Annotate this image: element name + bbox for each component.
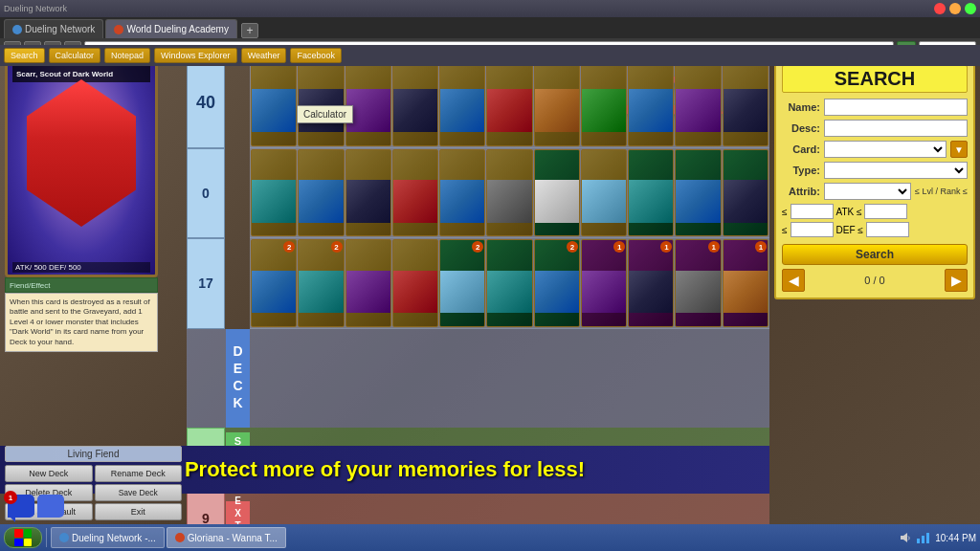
start-button[interactable] bbox=[4, 527, 42, 548]
card-slot[interactable] bbox=[723, 149, 768, 237]
type-row: Type: bbox=[782, 162, 968, 179]
deck-zone-label: DECK bbox=[226, 329, 250, 428]
svg-rect-2 bbox=[926, 533, 929, 543]
bookmark-notepad[interactable]: Notepad bbox=[104, 48, 150, 63]
card-slot[interactable] bbox=[486, 239, 532, 327]
card-slot[interactable] bbox=[534, 149, 580, 237]
search-next-btn[interactable]: ▶ bbox=[945, 269, 968, 292]
bookmark-weather[interactable]: Weather bbox=[241, 48, 287, 63]
main-count: 40 bbox=[187, 57, 225, 148]
bookmark-search[interactable]: Search bbox=[4, 48, 45, 63]
card-slot[interactable] bbox=[392, 149, 438, 237]
atk-label: ≤ bbox=[782, 207, 788, 217]
tab-world-dueling-academy[interactable]: World Dueling Academy bbox=[105, 19, 237, 38]
card-slot[interactable] bbox=[392, 239, 438, 327]
bookmark-calculator[interactable]: Calculator bbox=[49, 48, 101, 63]
search-result-count: 0 / 0 bbox=[864, 275, 884, 286]
card-slot[interactable]: 1 bbox=[628, 239, 674, 327]
type-dropdown[interactable] bbox=[824, 162, 968, 179]
name-row: Name: bbox=[782, 99, 968, 116]
chat-bubble-1[interactable]: 1 bbox=[8, 495, 34, 518]
taskbar-dueling-network[interactable]: Dueling Network -... bbox=[51, 527, 165, 548]
attrib-row: Attrib: ≤ Lvl / Rank ≤ bbox=[782, 183, 968, 200]
desc-label: Desc: bbox=[782, 122, 820, 134]
deck-zone-bg bbox=[187, 329, 769, 428]
card-image-inner: Scarr, Scout of Dark World ATK/ 500 DEF/… bbox=[8, 60, 155, 275]
card-row-search: Card: Monster Spell Trap ▼ bbox=[782, 141, 968, 158]
card-slot[interactable]: 2 bbox=[251, 239, 297, 327]
desc-input[interactable] bbox=[824, 120, 968, 137]
card-slot[interactable]: 1 bbox=[581, 239, 627, 327]
attrib-dropdown[interactable] bbox=[824, 183, 911, 200]
def-min-input[interactable] bbox=[791, 222, 834, 237]
card-slot[interactable]: 1 bbox=[723, 239, 768, 327]
def-range-row: ≤ DEF ≤ bbox=[782, 222, 968, 237]
card-dropdown[interactable]: Monster Spell Trap bbox=[824, 141, 947, 158]
card-slot[interactable] bbox=[486, 149, 532, 237]
window-title: Dueling Network bbox=[4, 4, 930, 13]
card-slot[interactable] bbox=[298, 58, 344, 146]
name-label: Name: bbox=[782, 101, 820, 113]
tab-dueling-network[interactable]: Dueling Network bbox=[4, 19, 103, 38]
card-type-banner: Fiend/Effect bbox=[5, 277, 158, 293]
atk-max-input[interactable] bbox=[864, 204, 907, 219]
card-slot[interactable] bbox=[581, 58, 627, 146]
name-input[interactable] bbox=[824, 99, 968, 116]
card-image[interactable]: Scarr, Scout of Dark World ATK/ 500 DEF/… bbox=[5, 57, 158, 277]
def-mid-label: DEF ≤ bbox=[836, 225, 863, 235]
card-slot[interactable] bbox=[628, 58, 674, 146]
card-slot[interactable] bbox=[392, 58, 438, 146]
type-label: Type: bbox=[782, 165, 820, 176]
card-slot[interactable] bbox=[439, 58, 485, 146]
row2-count: 0 bbox=[187, 148, 225, 239]
card-slot[interactable] bbox=[723, 58, 768, 146]
taskbar-icons bbox=[899, 531, 929, 544]
card-slot[interactable]: 2 bbox=[439, 239, 485, 327]
card-slot[interactable] bbox=[675, 58, 721, 146]
attrib-label: Attrib: bbox=[782, 186, 820, 197]
rename-deck-btn[interactable]: Rename Deck bbox=[95, 465, 183, 482]
calculator-tooltip: Calculator bbox=[297, 105, 353, 123]
card-slot[interactable] bbox=[345, 149, 391, 237]
new-deck-btn[interactable]: New Deck bbox=[5, 465, 93, 482]
def-max-input[interactable] bbox=[866, 222, 909, 237]
exit-btn[interactable]: Exit bbox=[95, 503, 183, 520]
card-slot[interactable]: 2 bbox=[298, 239, 344, 327]
maximize-btn[interactable] bbox=[965, 3, 976, 14]
card-arrow[interactable]: ▼ bbox=[950, 141, 968, 158]
taskbar-gloriana[interactable]: Gloriana - Wanna T... bbox=[167, 527, 286, 548]
save-deck-btn[interactable]: Save Deck bbox=[95, 484, 183, 501]
card-slot[interactable] bbox=[251, 149, 297, 237]
search-title: SEARCH bbox=[782, 65, 968, 93]
search-prev-btn[interactable]: ◀ bbox=[782, 269, 805, 292]
atk-min-input[interactable] bbox=[791, 204, 834, 219]
main-content: E.V.I.L. Calculator Scarr, Scout of Dark… bbox=[0, 53, 980, 551]
volume-icon bbox=[899, 531, 912, 544]
card-slot[interactable] bbox=[675, 149, 721, 237]
card-slot[interactable] bbox=[628, 149, 674, 237]
card-slot[interactable] bbox=[581, 149, 627, 237]
card-slot[interactable] bbox=[345, 239, 391, 327]
tab-bar: Dueling Network World Dueling Academy + bbox=[0, 17, 980, 38]
card-slot[interactable]: 2 bbox=[534, 239, 580, 327]
minimize-btn[interactable] bbox=[949, 3, 961, 14]
card-slot[interactable] bbox=[534, 58, 580, 146]
new-tab-btn[interactable]: + bbox=[241, 23, 258, 38]
search-nav-row: ◀ 0 / 0 ▶ bbox=[782, 269, 968, 292]
title-bar: Dueling Network bbox=[0, 0, 980, 17]
card-slot[interactable] bbox=[486, 58, 532, 146]
close-btn[interactable] bbox=[934, 3, 946, 14]
card-slot[interactable] bbox=[251, 58, 297, 146]
card-slot[interactable] bbox=[298, 149, 344, 237]
bookmark-facebook[interactable]: Facebook bbox=[290, 48, 342, 63]
card-slot[interactable] bbox=[345, 58, 391, 146]
atk-range-row: ≤ ATK ≤ bbox=[782, 204, 968, 219]
card-slot[interactable] bbox=[439, 149, 485, 237]
card-row-3: 2 2 2 2 1 1 1 1 bbox=[250, 238, 769, 329]
separator bbox=[46, 528, 47, 547]
bookmark-windows-explorer[interactable]: Windows Explorer bbox=[154, 48, 237, 63]
search-button[interactable]: Search bbox=[782, 244, 968, 265]
card-row-1 bbox=[250, 57, 769, 148]
card-slot[interactable]: 1 bbox=[675, 239, 721, 327]
chat-bubble-2[interactable] bbox=[37, 495, 64, 518]
